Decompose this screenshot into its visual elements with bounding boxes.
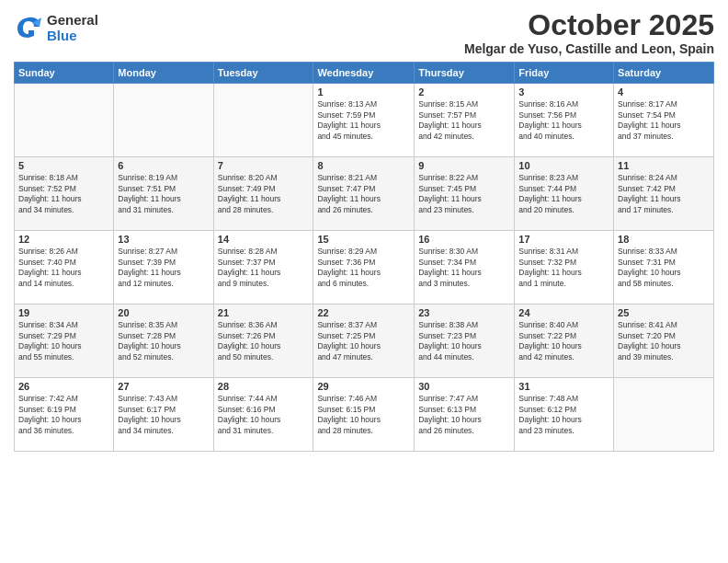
cell-date-number: 8 (317, 160, 410, 171)
calendar-table: Sunday Monday Tuesday Wednesday Thursday… (14, 62, 714, 452)
cell-info-text: Sunrise: 8:29 AM Sunset: 7:36 PM Dayligh… (317, 247, 410, 289)
calendar-cell: 8Sunrise: 8:21 AM Sunset: 7:47 PM Daylig… (313, 157, 415, 231)
calendar-row-1: 5Sunrise: 8:18 AM Sunset: 7:52 PM Daylig… (15, 157, 714, 231)
cell-info-text: Sunrise: 8:38 AM Sunset: 7:23 PM Dayligh… (418, 320, 510, 362)
cell-date-number: 30 (418, 381, 510, 392)
logo-icon (14, 14, 43, 43)
calendar-cell: 4Sunrise: 8:17 AM Sunset: 7:54 PM Daylig… (614, 84, 714, 157)
cell-date-number: 28 (218, 381, 310, 392)
cell-date-number: 11 (618, 160, 710, 171)
calendar-row-3: 19Sunrise: 8:34 AM Sunset: 7:29 PM Dayli… (15, 304, 714, 378)
cell-date-number: 26 (18, 381, 109, 392)
calendar-row-0: 1Sunrise: 8:13 AM Sunset: 7:59 PM Daylig… (15, 84, 714, 157)
col-sunday: Sunday (15, 63, 114, 84)
cell-info-text: Sunrise: 8:26 AM Sunset: 7:40 PM Dayligh… (18, 247, 109, 289)
cell-date-number: 20 (118, 307, 209, 318)
logo: General Blue (14, 13, 98, 43)
cell-info-text: Sunrise: 8:16 AM Sunset: 7:56 PM Dayligh… (518, 99, 609, 142)
cell-date-number: 22 (317, 307, 410, 318)
cell-info-text: Sunrise: 7:44 AM Sunset: 6:16 PM Dayligh… (218, 394, 310, 436)
cell-date-number: 24 (518, 307, 609, 318)
cell-info-text: Sunrise: 8:40 AM Sunset: 7:22 PM Dayligh… (518, 320, 609, 362)
calendar-row-4: 26Sunrise: 7:42 AM Sunset: 6:19 PM Dayli… (15, 378, 714, 452)
cell-date-number: 1 (317, 86, 410, 98)
cell-date-number: 25 (618, 307, 710, 318)
calendar-cell: 30Sunrise: 7:47 AM Sunset: 6:13 PM Dayli… (415, 378, 515, 452)
cell-info-text: Sunrise: 7:42 AM Sunset: 6:19 PM Dayligh… (18, 394, 109, 436)
header-row: Sunday Monday Tuesday Wednesday Thursday… (15, 63, 714, 84)
calendar-cell: 17Sunrise: 8:31 AM Sunset: 7:32 PM Dayli… (515, 231, 614, 304)
cell-info-text: Sunrise: 8:23 AM Sunset: 7:44 PM Dayligh… (518, 173, 609, 215)
cell-info-text: Sunrise: 8:37 AM Sunset: 7:25 PM Dayligh… (317, 320, 410, 362)
logo-text: General Blue (47, 13, 98, 43)
logo-blue-text: Blue (47, 29, 98, 44)
cell-info-text: Sunrise: 8:33 AM Sunset: 7:31 PM Dayligh… (618, 247, 710, 289)
calendar-cell: 23Sunrise: 8:38 AM Sunset: 7:23 PM Dayli… (415, 304, 515, 378)
cell-info-text: Sunrise: 8:20 AM Sunset: 7:49 PM Dayligh… (218, 173, 310, 215)
cell-info-text: Sunrise: 8:13 AM Sunset: 7:59 PM Dayligh… (317, 99, 410, 142)
calendar-cell: 24Sunrise: 8:40 AM Sunset: 7:22 PM Dayli… (515, 304, 614, 378)
cell-info-text: Sunrise: 7:46 AM Sunset: 6:15 PM Dayligh… (317, 394, 410, 436)
cell-info-text: Sunrise: 8:28 AM Sunset: 7:37 PM Dayligh… (218, 247, 310, 289)
cell-date-number: 4 (618, 86, 710, 98)
cell-date-number: 23 (418, 307, 510, 318)
calendar-cell: 3Sunrise: 8:16 AM Sunset: 7:56 PM Daylig… (515, 84, 614, 157)
calendar-subtitle: Melgar de Yuso, Castille and Leon, Spain (464, 41, 714, 56)
title-block: October 2025 Melgar de Yuso, Castille an… (464, 9, 714, 56)
calendar-cell: 25Sunrise: 8:41 AM Sunset: 7:20 PM Dayli… (614, 304, 714, 378)
cell-date-number: 9 (418, 160, 510, 171)
calendar-body: 1Sunrise: 8:13 AM Sunset: 7:59 PM Daylig… (15, 84, 714, 452)
calendar-cell: 31Sunrise: 7:48 AM Sunset: 6:12 PM Dayli… (515, 378, 614, 452)
calendar-cell: 11Sunrise: 8:24 AM Sunset: 7:42 PM Dayli… (614, 157, 714, 231)
cell-info-text: Sunrise: 8:21 AM Sunset: 7:47 PM Dayligh… (317, 173, 410, 215)
cell-info-text: Sunrise: 8:36 AM Sunset: 7:26 PM Dayligh… (218, 320, 310, 362)
cell-date-number: 27 (118, 381, 209, 392)
calendar-cell (114, 84, 213, 157)
cell-date-number: 2 (418, 86, 510, 98)
cell-date-number: 3 (518, 86, 609, 98)
calendar-row-2: 12Sunrise: 8:26 AM Sunset: 7:40 PM Dayli… (15, 231, 714, 304)
cell-date-number: 13 (118, 234, 209, 245)
page: General Blue October 2025 Melgar de Yuso… (0, 0, 728, 563)
calendar-cell: 2Sunrise: 8:15 AM Sunset: 7:57 PM Daylig… (415, 84, 515, 157)
cell-info-text: Sunrise: 8:24 AM Sunset: 7:42 PM Dayligh… (618, 173, 710, 215)
calendar-cell: 14Sunrise: 8:28 AM Sunset: 7:37 PM Dayli… (213, 231, 313, 304)
cell-info-text: Sunrise: 8:19 AM Sunset: 7:51 PM Dayligh… (118, 173, 209, 215)
cell-info-text: Sunrise: 8:15 AM Sunset: 7:57 PM Dayligh… (418, 99, 510, 142)
cell-date-number: 18 (618, 234, 710, 245)
calendar-cell: 29Sunrise: 7:46 AM Sunset: 6:15 PM Dayli… (313, 378, 415, 452)
calendar-cell (15, 84, 114, 157)
cell-info-text: Sunrise: 8:34 AM Sunset: 7:29 PM Dayligh… (18, 320, 109, 362)
cell-date-number: 12 (18, 234, 109, 245)
cell-info-text: Sunrise: 8:41 AM Sunset: 7:20 PM Dayligh… (618, 320, 710, 362)
calendar-cell: 27Sunrise: 7:43 AM Sunset: 6:17 PM Dayli… (114, 378, 213, 452)
cell-date-number: 10 (518, 160, 609, 171)
cell-date-number: 31 (518, 381, 609, 392)
cell-date-number: 5 (18, 160, 109, 171)
cell-info-text: Sunrise: 8:18 AM Sunset: 7:52 PM Dayligh… (18, 173, 109, 215)
calendar-header: Sunday Monday Tuesday Wednesday Thursday… (15, 63, 714, 84)
calendar-cell: 28Sunrise: 7:44 AM Sunset: 6:16 PM Dayli… (213, 378, 313, 452)
cell-date-number: 21 (218, 307, 310, 318)
cell-date-number: 29 (317, 381, 410, 392)
calendar-cell (614, 378, 714, 452)
logo-general-text: General (47, 13, 98, 29)
calendar-title: October 2025 (464, 9, 714, 41)
cell-info-text: Sunrise: 8:22 AM Sunset: 7:45 PM Dayligh… (418, 173, 510, 215)
cell-date-number: 17 (518, 234, 609, 245)
cell-info-text: Sunrise: 8:17 AM Sunset: 7:54 PM Dayligh… (618, 99, 710, 142)
cell-info-text: Sunrise: 7:43 AM Sunset: 6:17 PM Dayligh… (118, 394, 209, 436)
calendar-cell: 18Sunrise: 8:33 AM Sunset: 7:31 PM Dayli… (614, 231, 714, 304)
cell-info-text: Sunrise: 8:27 AM Sunset: 7:39 PM Dayligh… (118, 247, 209, 289)
calendar-cell: 15Sunrise: 8:29 AM Sunset: 7:36 PM Dayli… (313, 231, 415, 304)
cell-info-text: Sunrise: 8:35 AM Sunset: 7:28 PM Dayligh… (118, 320, 209, 362)
cell-info-text: Sunrise: 8:31 AM Sunset: 7:32 PM Dayligh… (518, 247, 609, 289)
col-saturday: Saturday (614, 63, 714, 84)
calendar-cell: 7Sunrise: 8:20 AM Sunset: 7:49 PM Daylig… (213, 157, 313, 231)
cell-date-number: 15 (317, 234, 410, 245)
cell-date-number: 14 (218, 234, 310, 245)
col-tuesday: Tuesday (213, 63, 313, 84)
col-monday: Monday (114, 63, 213, 84)
cell-info-text: Sunrise: 7:48 AM Sunset: 6:12 PM Dayligh… (518, 394, 609, 436)
header: General Blue October 2025 Melgar de Yuso… (14, 9, 714, 56)
